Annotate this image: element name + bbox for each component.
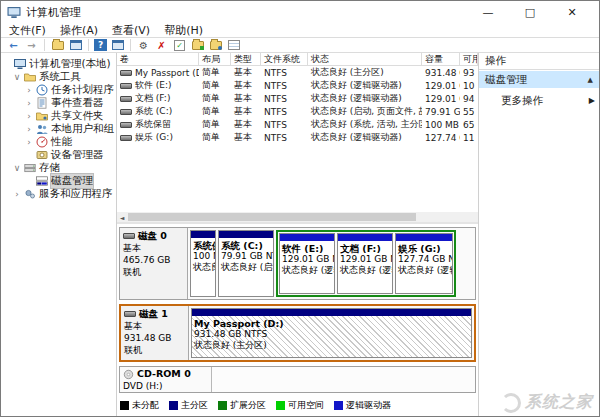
- computer-management-window: 计算机管理 — □ ✕ 文件(F) 操作(A) 查看(V) 帮助(H) ← → …: [0, 0, 600, 417]
- legend-swatch: [120, 401, 129, 410]
- cdrom-media-area: [212, 367, 475, 392]
- title-bar: 计算机管理 — □ ✕: [1, 1, 599, 23]
- col-capacity[interactable]: 容量: [422, 53, 460, 66]
- toolbar-separator: [130, 39, 131, 51]
- wrench-icon[interactable]: ⚙: [136, 38, 151, 52]
- forward-icon[interactable]: →: [24, 38, 39, 52]
- close-button[interactable]: ✕: [551, 2, 593, 22]
- col-volume[interactable]: 卷: [117, 53, 199, 66]
- check-icon[interactable]: ✓: [172, 38, 187, 52]
- console-window-icon-2[interactable]: [110, 38, 125, 52]
- collapse-icon[interactable]: ▲: [588, 76, 593, 84]
- folder-search-icon[interactable]: [208, 38, 223, 52]
- partition-f[interactable]: 文档 (F:) 129.01 GB NTFS 状态良好 (逻辑驱动器): [337, 233, 393, 294]
- volume-row-g[interactable]: 娱乐 (G:) 简单基本 NTFS状态良好 (逻辑驱动器) 127.74 GB1…: [117, 131, 478, 144]
- clock-icon: [36, 84, 48, 96]
- col-layout[interactable]: 布局: [199, 53, 231, 66]
- disk-0-partitions: 系统保留 100 MB NTFS 状态良好 系统 (C:) 79.91 GB N…: [188, 228, 475, 299]
- tree-item-services-applications[interactable]: › 服务和应用程序: [1, 187, 116, 200]
- tree-item-device-manager[interactable]: 设备管理器: [1, 148, 116, 161]
- disk-1-label[interactable]: 磁盘 1 基本 931.48 GB 联机: [121, 306, 189, 360]
- scrollbar-thumb[interactable]: [128, 213, 416, 221]
- partition-c[interactable]: 系统 (C:) 79.91 GB NTFS 状态良好 (启动, 页面文件, 故障…: [218, 230, 274, 297]
- volume-icon: [120, 70, 132, 76]
- partition-color-bar: [219, 231, 273, 238]
- folder-icon[interactable]: [50, 38, 65, 52]
- col-status[interactable]: 状态: [308, 53, 422, 66]
- empty-space: [117, 144, 478, 212]
- legend-swatch: [169, 401, 178, 410]
- scroll-left-icon[interactable]: ◄: [117, 214, 127, 221]
- volume-row-system-reserved[interactable]: 系统保留 简单基本 NTFS状态良好 (系统, 活动, 主分区) 100 MB6…: [117, 118, 478, 131]
- folder-new-icon[interactable]: [190, 38, 205, 52]
- menu-action[interactable]: 操作(A): [60, 23, 98, 38]
- folder-icon: [24, 71, 36, 83]
- disk-icon: [124, 311, 136, 317]
- partition-system-reserved[interactable]: 系统保留 100 MB NTFS 状态良好: [190, 230, 216, 297]
- horizontal-scrollbar[interactable]: ◄: [117, 212, 478, 222]
- cdrom-0-label[interactable]: CD-ROM 0 DVD (H:): [120, 367, 212, 392]
- maximize-button[interactable]: □: [509, 2, 551, 22]
- menu-file[interactable]: 文件(F): [9, 23, 46, 38]
- partition-g[interactable]: 娱乐 (G:) 127.74 GB NTFS 状态良好 (逻辑驱动器): [395, 233, 453, 294]
- tree-item-disk-management[interactable]: 磁盘管理: [1, 174, 116, 187]
- more-actions-item[interactable]: 更多操作 ▶: [479, 92, 599, 109]
- console-tree: 计算机管理(本地) ∨ 系统工具 › 任务计划程序 › 事件查看器 › 共享文件…: [1, 53, 117, 416]
- back-icon[interactable]: ←: [6, 38, 21, 52]
- col-type[interactable]: 类型: [231, 53, 261, 66]
- delete-icon[interactable]: ✗: [154, 38, 169, 52]
- tree-item-local-users-groups[interactable]: › 本地用户和组: [1, 122, 116, 135]
- partition-d-selected[interactable]: My Passport (D:) 931.48 GB NTFS 状态良好 (主分…: [191, 308, 472, 358]
- menu-help[interactable]: 帮助(H): [164, 23, 203, 38]
- actions-panel: 操作 磁盘管理 ▲ 更多操作 ▶: [479, 53, 599, 416]
- shared-folder-icon: [36, 110, 48, 122]
- toolbar: ← → ? ⚙ ✗ ✓: [1, 37, 599, 53]
- volume-row-c[interactable]: 系统 (C:) 简单基本 NTFS状态良好 (启动, 页面文件, 故障转储, 主…: [117, 105, 478, 118]
- volume-row-d[interactable]: My Passport (D:) 简单基本 NTFS状态良好 (主分区) 931…: [117, 66, 478, 79]
- volume-row-f[interactable]: 文档 (F:) 简单基本 NTFS状态良好 (逻辑驱动器) 129.01 GB9…: [117, 92, 478, 105]
- submenu-arrow-icon: ▶: [589, 96, 595, 105]
- legend-unallocated: 未分配: [120, 399, 159, 412]
- partition-color-bar: [396, 234, 452, 241]
- tree-item-system-tools[interactable]: ∨ 系统工具: [1, 70, 116, 83]
- main-area: 计算机管理(本地) ∨ 系统工具 › 任务计划程序 › 事件查看器 › 共享文件…: [1, 53, 599, 416]
- disk-0-row: 磁盘 0 基本 465.76 GB 联机 系统保留 100 MB NTFS 状态…: [119, 227, 476, 300]
- tree-item-computer-management[interactable]: 计算机管理(本地): [1, 57, 116, 70]
- partition-color-bar: [191, 231, 215, 238]
- legend-extended-partition: 扩展分区: [218, 399, 266, 412]
- app-icon: [7, 6, 21, 19]
- volume-icon: [120, 109, 132, 115]
- col-free-space[interactable]: 可用空间: [460, 53, 478, 66]
- legend-swatch: [218, 401, 227, 410]
- disk-0-label[interactable]: 磁盘 0 基本 465.76 GB 联机: [120, 228, 188, 299]
- tree-item-storage[interactable]: ∨ 存储: [1, 161, 116, 174]
- tree-item-performance[interactable]: › 性能: [1, 135, 116, 148]
- partition-color-bar: [338, 234, 392, 241]
- menu-view[interactable]: 查看(V): [112, 23, 150, 38]
- volume-icon: [120, 83, 132, 89]
- window-title: 计算机管理: [26, 5, 81, 20]
- minimize-button[interactable]: —: [467, 2, 509, 22]
- legend-primary-partition: 主分区: [169, 399, 208, 412]
- details-view-icon[interactable]: [226, 38, 241, 52]
- partition-e[interactable]: 软件 (E:) 129.01 GB NTFS 状态良好 (逻辑驱动器): [279, 233, 335, 294]
- device-icon: [36, 149, 48, 161]
- log-icon: [36, 97, 48, 109]
- col-filesystem[interactable]: 文件系统: [261, 53, 308, 66]
- tree-item-task-scheduler[interactable]: › 任务计划程序: [1, 83, 116, 96]
- tree-item-shared-folders[interactable]: › 共享文件夹: [1, 109, 116, 122]
- volume-list-header: 卷 布局 类型 文件系统 状态 容量 可用空间: [117, 53, 478, 66]
- volume-icon: [120, 96, 132, 102]
- volume-row-e[interactable]: 软件 (E:) 简单基本 NTFS状态良好 (逻辑驱动器) 129.01 GB1…: [117, 79, 478, 92]
- toolbar-separator: [88, 39, 89, 51]
- disc-icon: [123, 369, 134, 380]
- actions-group-disk-management[interactable]: 磁盘管理 ▲: [479, 71, 599, 88]
- tree-item-event-viewer[interactable]: › 事件查看器: [1, 96, 116, 109]
- console-window-icon[interactable]: [68, 38, 83, 52]
- partition-color-bar: [192, 309, 471, 316]
- legend-swatch: [276, 401, 285, 410]
- disk-graphical-view: 磁盘 0 基本 465.76 GB 联机 系统保留 100 MB NTFS 状态…: [117, 222, 478, 416]
- help-icon[interactable]: ?: [94, 39, 107, 51]
- legend-logical-drive: 逻辑驱动器: [334, 399, 391, 412]
- toolbar-separator: [44, 39, 45, 51]
